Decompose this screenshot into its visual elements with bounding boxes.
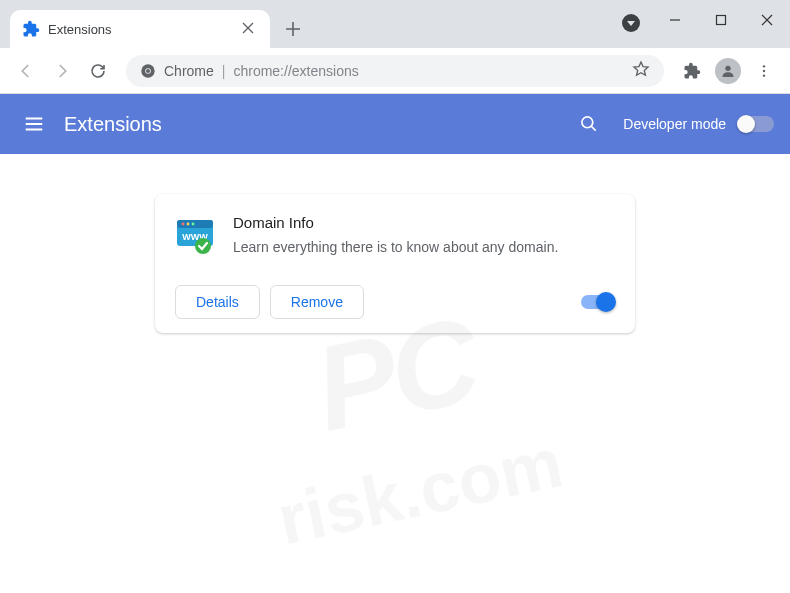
svg-rect-0 bbox=[717, 16, 726, 25]
extension-description: Learn everything there is to know about … bbox=[233, 237, 558, 257]
reload-button[interactable] bbox=[82, 55, 114, 87]
address-bar[interactable]: Chrome | chrome://extensions bbox=[126, 55, 664, 87]
window-controls bbox=[652, 0, 790, 40]
developer-mode-toggle[interactable] bbox=[738, 116, 774, 132]
bookmark-star-icon[interactable] bbox=[632, 60, 650, 82]
tab-search-button[interactable] bbox=[622, 14, 640, 32]
watermark-text: PC bbox=[0, 77, 790, 593]
svg-point-6 bbox=[763, 69, 765, 71]
chrome-icon bbox=[140, 63, 156, 79]
extension-enable-toggle[interactable] bbox=[581, 295, 615, 309]
svg-point-5 bbox=[763, 65, 765, 67]
omnibox-url: chrome://extensions bbox=[233, 63, 624, 79]
svg-point-12 bbox=[187, 223, 190, 226]
browser-toolbar: Chrome | chrome://extensions bbox=[0, 48, 790, 94]
svg-point-11 bbox=[182, 223, 185, 226]
omnibox-divider: | bbox=[222, 63, 226, 79]
close-window-button[interactable] bbox=[744, 0, 790, 40]
profile-avatar[interactable] bbox=[712, 55, 744, 87]
window-titlebar: Extensions bbox=[0, 0, 790, 48]
extensions-header: Extensions Developer mode bbox=[0, 94, 790, 154]
extensions-puzzle-icon[interactable] bbox=[676, 55, 708, 87]
svg-point-13 bbox=[192, 223, 195, 226]
extension-piece-icon bbox=[22, 20, 40, 38]
svg-point-3 bbox=[146, 69, 150, 73]
svg-point-15 bbox=[195, 238, 211, 254]
browser-tab[interactable]: Extensions bbox=[10, 10, 270, 48]
maximize-button[interactable] bbox=[698, 0, 744, 40]
extension-card: WWW Domain Info Learn everything there i… bbox=[155, 194, 635, 333]
new-tab-button[interactable] bbox=[278, 14, 308, 44]
search-extensions-button[interactable] bbox=[571, 106, 607, 142]
remove-button[interactable]: Remove bbox=[270, 285, 364, 319]
hamburger-menu-button[interactable] bbox=[16, 106, 52, 142]
tab-title: Extensions bbox=[48, 22, 238, 37]
svg-point-4 bbox=[725, 65, 730, 70]
page-title: Extensions bbox=[64, 113, 571, 136]
details-button[interactable]: Details bbox=[175, 285, 260, 319]
omnibox-scheme: Chrome bbox=[164, 63, 214, 79]
svg-point-8 bbox=[582, 117, 593, 128]
minimize-button[interactable] bbox=[652, 0, 698, 40]
extension-app-icon: WWW bbox=[175, 216, 215, 256]
developer-mode-label: Developer mode bbox=[623, 116, 726, 132]
tab-close-button[interactable] bbox=[238, 20, 258, 38]
browser-menu-button[interactable] bbox=[748, 55, 780, 87]
forward-button[interactable] bbox=[46, 55, 78, 87]
back-button[interactable] bbox=[10, 55, 42, 87]
extensions-content: PC risk.com WWW Domain Info Learn everyt… bbox=[0, 154, 790, 593]
svg-point-7 bbox=[763, 74, 765, 76]
extension-name: Domain Info bbox=[233, 214, 558, 231]
